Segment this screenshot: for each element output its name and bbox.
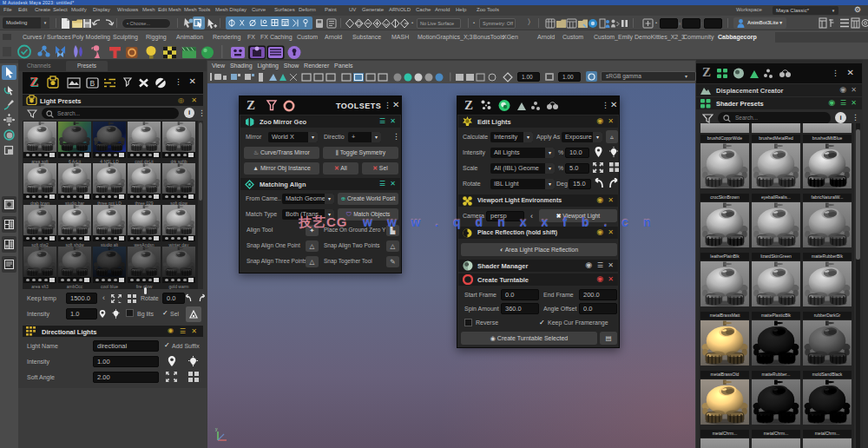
svg-text:B: B bbox=[90, 79, 95, 88]
svg-text:y: y bbox=[215, 426, 218, 432]
